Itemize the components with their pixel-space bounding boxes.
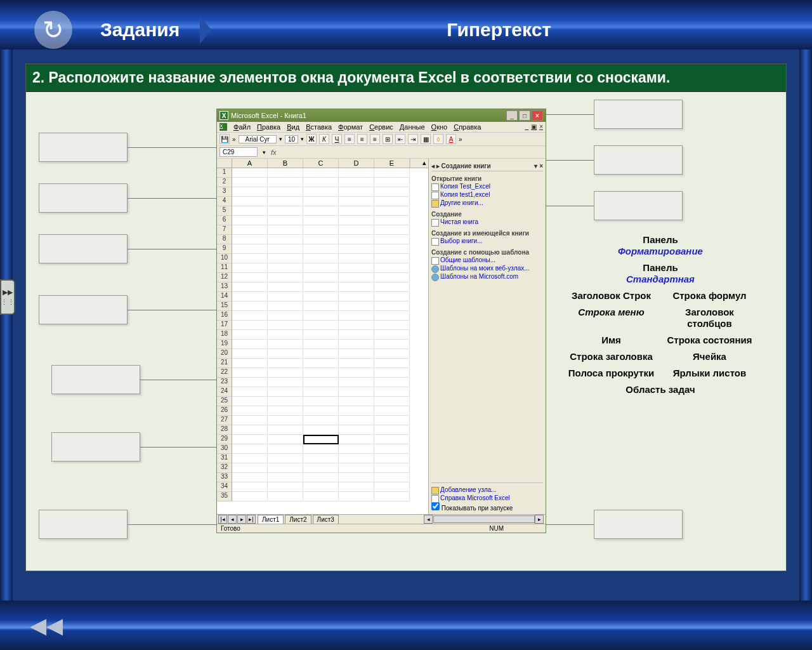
cell[interactable] xyxy=(339,311,374,321)
close-icon[interactable]: × xyxy=(539,162,543,169)
menu-view[interactable]: Вид xyxy=(287,123,299,131)
italic-button[interactable]: К xyxy=(319,134,329,144)
row-header[interactable]: 15 xyxy=(217,302,232,311)
indent-inc-button[interactable]: ⇥ xyxy=(408,134,418,144)
save-icon[interactable]: 💾 xyxy=(219,134,230,144)
cell[interactable] xyxy=(374,368,410,378)
cell[interactable] xyxy=(374,254,410,263)
row-header[interactable]: 20 xyxy=(217,349,232,359)
cell[interactable] xyxy=(374,397,410,406)
row-header[interactable]: 6 xyxy=(217,216,232,225)
cell[interactable] xyxy=(268,197,303,206)
cell[interactable] xyxy=(339,425,374,435)
close-button[interactable]: × xyxy=(532,110,543,121)
table-row[interactable]: 14 xyxy=(217,292,428,302)
label-formula-bar[interactable]: Строка формул xyxy=(664,290,756,302)
cell[interactable] xyxy=(268,416,303,425)
slot-7[interactable] xyxy=(39,510,128,539)
doc-max-icon[interactable]: ▣ xyxy=(531,123,537,131)
table-row[interactable]: 10 xyxy=(217,254,428,263)
table-row[interactable]: 33 xyxy=(217,473,428,482)
cell[interactable] xyxy=(232,378,268,387)
row-header[interactable]: 18 xyxy=(217,330,232,340)
first-sheet-icon[interactable]: |◂ xyxy=(218,515,227,524)
cell[interactable] xyxy=(268,302,303,311)
table-row[interactable]: 20 xyxy=(217,349,428,359)
row-header[interactable]: 27 xyxy=(217,416,232,425)
table-row[interactable]: 18 xyxy=(217,330,428,340)
table-row[interactable]: 32 xyxy=(217,463,428,473)
table-row[interactable]: 27 xyxy=(217,416,428,425)
cell[interactable] xyxy=(232,454,268,463)
cell[interactable] xyxy=(303,263,339,273)
reload-button[interactable]: ↻ xyxy=(34,11,72,49)
cell[interactable] xyxy=(374,311,410,321)
cell[interactable] xyxy=(339,463,374,473)
cell[interactable] xyxy=(374,273,410,282)
cell[interactable] xyxy=(303,454,339,463)
show-on-start-checkbox[interactable]: Показывать при запуске xyxy=(431,505,513,512)
table-row[interactable]: 13 xyxy=(217,282,428,292)
cell[interactable] xyxy=(268,178,303,187)
cell[interactable] xyxy=(339,235,374,244)
cell[interactable] xyxy=(232,492,268,501)
table-row[interactable]: 26 xyxy=(217,406,428,416)
cell[interactable] xyxy=(303,359,339,368)
toolbar-more-icon[interactable]: » xyxy=(459,136,462,143)
next-sheet-icon[interactable]: ▸ xyxy=(237,515,246,524)
cell[interactable] xyxy=(232,359,268,368)
menu-help[interactable]: Справка xyxy=(454,123,481,131)
cell[interactable] xyxy=(232,340,268,349)
spreadsheet-grid[interactable]: A B C D E ▴ 1234567891011121314151617181… xyxy=(217,159,428,514)
cell[interactable] xyxy=(303,473,339,482)
cell[interactable] xyxy=(232,473,268,482)
font-color-button[interactable]: A xyxy=(446,134,456,144)
cell[interactable] xyxy=(232,321,268,330)
cell[interactable] xyxy=(303,187,339,197)
row-header[interactable]: 32 xyxy=(217,463,232,473)
table-row[interactable]: 22 xyxy=(217,368,428,378)
underline-button[interactable]: Ч xyxy=(332,134,342,144)
name-box[interactable]: C29 xyxy=(219,147,258,157)
cell[interactable] xyxy=(232,302,268,311)
table-row[interactable]: 17 xyxy=(217,321,428,330)
cell[interactable] xyxy=(268,187,303,197)
cell[interactable] xyxy=(303,406,339,416)
cell[interactable] xyxy=(303,244,339,254)
nav-prev-icon[interactable]: ◂ xyxy=(431,162,435,169)
scroll-up-icon[interactable]: ▴ xyxy=(410,159,428,168)
help-link[interactable]: Справка Microsoft Excel xyxy=(431,494,543,502)
cell[interactable] xyxy=(374,178,410,187)
label-title-bar[interactable]: Строка заголовка xyxy=(565,351,657,362)
cell[interactable] xyxy=(232,244,268,254)
cell[interactable] xyxy=(268,254,303,263)
recent-file-link[interactable]: Копия Test_Excel xyxy=(431,182,543,190)
row-header[interactable]: 12 xyxy=(217,273,232,282)
cell[interactable] xyxy=(303,225,339,235)
cell[interactable] xyxy=(232,263,268,273)
title-bar[interactable]: X Microsoft Excel - Книга1 _ □ × xyxy=(217,109,546,122)
cell[interactable] xyxy=(339,340,374,349)
web-templates-link[interactable]: Шаблоны на моих веб-узлах... xyxy=(431,264,543,272)
align-left-button[interactable]: ≡ xyxy=(344,134,355,144)
cell[interactable] xyxy=(268,454,303,463)
row-header[interactable]: 10 xyxy=(217,254,232,263)
cell[interactable] xyxy=(374,406,410,416)
cell[interactable] xyxy=(232,406,268,416)
row-header[interactable]: 28 xyxy=(217,425,232,435)
row-header[interactable]: 2 xyxy=(217,178,232,187)
table-row[interactable]: 12 xyxy=(217,273,428,282)
row-header[interactable]: 35 xyxy=(217,492,232,501)
row-header[interactable]: 11 xyxy=(217,263,232,273)
slot-4[interactable] xyxy=(39,295,128,324)
cell[interactable] xyxy=(268,340,303,349)
slot-11[interactable] xyxy=(594,145,683,175)
row-header[interactable]: 7 xyxy=(217,225,232,235)
cell[interactable] xyxy=(339,349,374,359)
cell[interactable] xyxy=(268,273,303,282)
slot-10[interactable] xyxy=(594,100,683,129)
borders-button[interactable]: ▦ xyxy=(421,134,431,144)
row-header[interactable]: 3 xyxy=(217,187,232,197)
cell[interactable] xyxy=(374,225,410,235)
row-header[interactable]: 17 xyxy=(217,321,232,330)
